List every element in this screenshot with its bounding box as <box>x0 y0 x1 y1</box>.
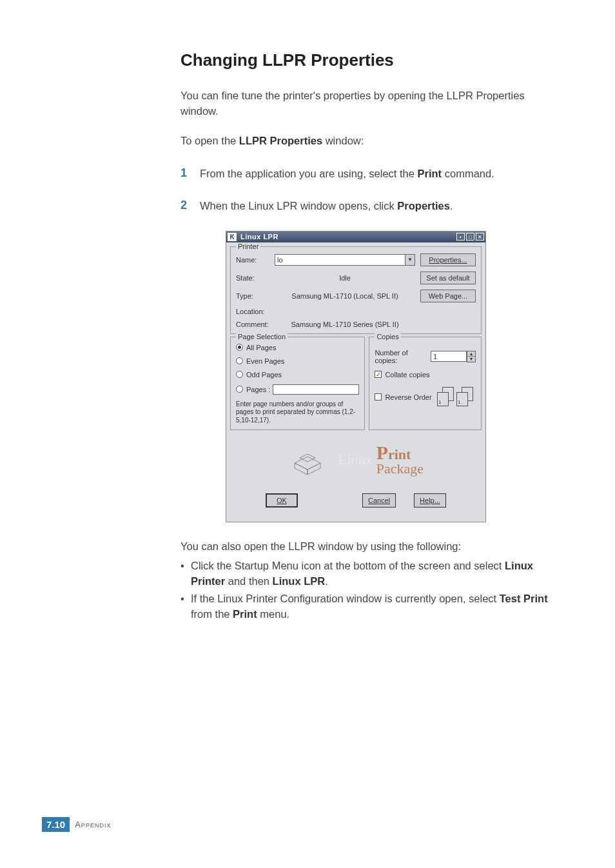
pages-input[interactable] <box>273 384 359 395</box>
help-button[interactable]: Help... <box>414 493 446 508</box>
maximize-icon[interactable]: □ <box>466 233 474 241</box>
minimize-icon[interactable]: ▪ <box>456 233 465 241</box>
page-selection-legend: Page Selection <box>236 333 288 340</box>
radio-icon <box>236 357 243 364</box>
radio-icon <box>236 386 243 393</box>
bullet-2: If the Linux Printer Configuration windo… <box>181 591 557 622</box>
pages-hint: Enter page numbers and/or groups of page… <box>236 400 359 425</box>
radio-odd-pages[interactable]: Odd Pages <box>236 371 359 379</box>
logo-area: Linux Print Package <box>226 430 485 489</box>
state-value: Idle <box>275 274 415 282</box>
radio-pages[interactable]: Pages : <box>236 384 359 395</box>
logo-linux: Linux <box>338 451 373 468</box>
svg-marker-3 <box>300 454 315 462</box>
checkbox-icon <box>375 393 382 400</box>
step-1: 1 From the application you are using, se… <box>181 166 557 182</box>
copies-legend: Copies <box>375 333 400 340</box>
spin-down-icon[interactable]: ▼ <box>467 357 475 362</box>
cancel-button[interactable]: Cancel <box>362 493 396 508</box>
checkbox-reverse[interactable]: Reverse Order 21 21 <box>375 384 476 410</box>
location-label: Location: <box>236 308 275 315</box>
svg-marker-2 <box>308 463 320 475</box>
properties-button[interactable]: Properties... <box>420 253 476 266</box>
printer-legend: Printer <box>236 242 260 250</box>
checkbox-icon: ✓ <box>375 371 382 378</box>
comment-value: Samsung ML-1710 Series (SPL II) <box>275 321 415 328</box>
num-copies-label: Number of copies: <box>375 349 431 364</box>
spin-up-icon[interactable]: ▲ <box>467 351 475 357</box>
radio-all-pages[interactable]: All Pages <box>236 344 359 351</box>
radio-icon <box>236 371 243 378</box>
printer-name-select[interactable]: lo ▼ <box>275 254 415 266</box>
type-value: Samsung ML-1710 (Local, SPL II) <box>275 292 415 300</box>
printer-icon <box>288 444 327 476</box>
after-text: You can also open the LLPR window by usi… <box>181 539 557 555</box>
lpr-window-screenshot: K Linux LPR ▪ □ ✕ Printer Name: lo ▼ Pro… <box>226 231 486 522</box>
web-page-button[interactable]: Web Page... <box>420 290 476 302</box>
set-default-button[interactable]: Set as default <box>420 271 476 284</box>
collate-icon: 21 21 <box>437 384 476 410</box>
radio-even-pages[interactable]: Even Pages <box>236 357 359 365</box>
checkbox-collate[interactable]: ✓Collate copies <box>375 371 476 379</box>
svg-marker-1 <box>295 463 308 475</box>
step-2: 2 When the Linux LPR window opens, click… <box>181 199 557 214</box>
section-heading: Changing LLPR Properties <box>181 50 557 70</box>
close-icon[interactable]: ✕ <box>476 233 484 241</box>
intro-paragraph: You can fine tune the printer's properti… <box>181 88 557 119</box>
name-label: Name: <box>236 256 275 264</box>
printer-group: Printer Name: lo ▼ Properties... State: … <box>230 246 482 334</box>
step-number: 1 <box>181 166 200 180</box>
num-copies-spinner[interactable]: 1 ▲▼ <box>431 351 476 362</box>
num-copies-input[interactable]: 1 <box>431 351 467 362</box>
bullet-1: Click the Startup Menu icon at the botto… <box>181 558 557 589</box>
radio-icon <box>236 344 243 351</box>
svg-marker-0 <box>295 457 320 469</box>
page-selection-group: Page Selection All Pages Even Pages Odd … <box>230 337 365 431</box>
state-label: State: <box>236 274 275 282</box>
app-icon: K <box>228 233 237 241</box>
footer-section: Appendix <box>75 820 111 829</box>
chevron-down-icon[interactable]: ▼ <box>405 255 415 265</box>
ok-button[interactable]: OK <box>266 493 298 508</box>
page-footer: 7.10 Appendix <box>42 817 111 832</box>
copies-group: Copies Number of copies: 1 ▲▼ ✓Collate c… <box>369 337 482 431</box>
comment-label: Comment: <box>236 321 275 328</box>
step-number: 2 <box>181 199 200 212</box>
window-title: Linux LPR <box>240 233 456 241</box>
titlebar: K Linux LPR ▪ □ ✕ <box>226 232 485 242</box>
type-label: Type: <box>236 292 275 300</box>
intro-line: To open the LLPR Properties window: <box>181 135 557 147</box>
